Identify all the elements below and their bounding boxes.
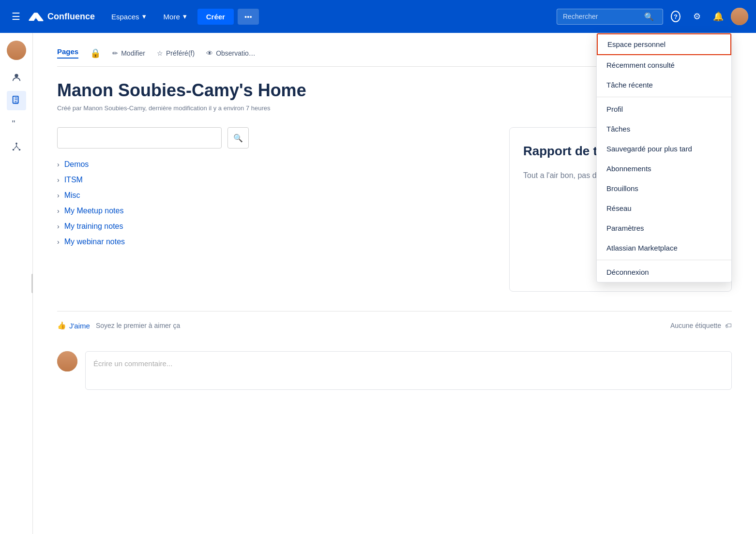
create-button[interactable]: Créer: [197, 9, 234, 25]
logo-text: Confluence: [47, 12, 95, 22]
like-description: Soyez le premier à aimer ça: [96, 322, 180, 329]
bookmark-icon[interactable]: 🔒: [90, 48, 101, 59]
list-item: › Misc: [57, 191, 490, 200]
like-button[interactable]: 👍 J'aime: [57, 321, 90, 330]
search-input[interactable]: [563, 13, 640, 20]
training-notes-link[interactable]: My training notes: [64, 222, 123, 231]
svg-point-6: [18, 149, 20, 151]
page-list: › Demos › ITSM › Misc › My Meetup notes: [57, 160, 490, 246]
ellipsis-button[interactable]: •••: [238, 9, 259, 25]
more-label: More: [164, 13, 180, 21]
sidebar-user-avatar[interactable]: [7, 41, 26, 60]
bottom-bar: 👍 J'aime Soyez le premier à aimer ça Auc…: [57, 311, 732, 340]
svg-text:": ": [12, 119, 15, 129]
bell-icon: 🔔: [713, 11, 724, 22]
chevron-icon[interactable]: ›: [57, 176, 60, 184]
hamburger-icon[interactable]: ☰: [8, 7, 24, 26]
comment-input[interactable]: Écrire un commentaire...: [85, 351, 732, 390]
confluence-logo[interactable]: Confluence: [28, 9, 95, 24]
espaces-label: Espaces: [111, 13, 139, 21]
search-bar[interactable]: 🔍: [557, 9, 663, 25]
page-search-button[interactable]: 🔍: [227, 127, 249, 148]
list-item: › Demos: [57, 160, 490, 169]
sidebar-icon-tree[interactable]: [7, 137, 26, 157]
dropdown-item-marketplace[interactable]: Atlassian Marketplace: [597, 238, 731, 258]
comment-section: Écrire un commentaire...: [57, 340, 732, 390]
modifier-action[interactable]: ✏ Modifier: [112, 49, 145, 57]
dropdown-item-reseau[interactable]: Réseau: [597, 198, 731, 218]
label-text: Aucune étiquette: [670, 322, 721, 329]
star-icon: ☆: [157, 49, 163, 57]
user-dropdown-menu: Espace personnel Récemment consulté Tâch…: [596, 33, 732, 282]
chevron-icon[interactable]: ›: [57, 238, 60, 246]
help-button[interactable]: ?: [667, 8, 684, 25]
eye-icon: 👁: [206, 49, 213, 57]
page-search-bar: 🔍: [57, 127, 490, 148]
dropdown-item-taches[interactable]: Tâches: [597, 119, 731, 139]
more-nav[interactable]: More ▾: [157, 8, 194, 25]
tag-icon[interactable]: 🏷: [725, 322, 732, 329]
itsm-link[interactable]: ITSM: [64, 176, 83, 184]
list-item: › My training notes: [57, 222, 490, 231]
comment-avatar: [57, 351, 77, 371]
dropdown-item-abonnements[interactable]: Abonnements: [597, 159, 731, 178]
meetup-notes-link[interactable]: My Meetup notes: [64, 207, 124, 215]
sidebar-icon-quotes[interactable]: ": [7, 114, 26, 134]
dropdown-item-espace-personnel[interactable]: Espace personnel: [597, 33, 731, 55]
dropdown-item-tache-recente[interactable]: Tâche récente: [597, 75, 731, 95]
svg-point-4: [15, 143, 17, 145]
chevron-icon[interactable]: ›: [57, 207, 60, 215]
demos-link[interactable]: Demos: [64, 160, 89, 169]
chevron-icon[interactable]: ›: [57, 192, 60, 199]
list-item: › My Meetup notes: [57, 207, 490, 215]
dropdown-item-recemment-consulte[interactable]: Récemment consulté: [597, 55, 731, 75]
like-section: 👍 J'aime Soyez le premier à aimer ça: [57, 321, 180, 330]
help-icon: ?: [671, 11, 680, 22]
sidebar-icon-pages[interactable]: [7, 91, 26, 110]
dropdown-item-brouillons[interactable]: Brouillons: [597, 178, 731, 198]
svg-rect-2: [15, 102, 18, 104]
chevron-icon[interactable]: ›: [57, 161, 60, 168]
dropdown-item-profil[interactable]: Profil: [597, 99, 731, 119]
settings-button[interactable]: ⚙: [688, 8, 706, 25]
pencil-icon: ✏: [112, 49, 118, 57]
like-label: J'aime: [69, 322, 90, 330]
user-avatar[interactable]: [731, 8, 748, 25]
label-section: Aucune étiquette 🏷: [670, 322, 732, 329]
dropdown-divider: [597, 97, 731, 97]
prefere-action[interactable]: ☆ Préféré(f): [157, 49, 195, 57]
svg-point-0: [15, 74, 18, 77]
sidebar-icon-people[interactable]: [7, 68, 26, 87]
search-icon: 🔍: [644, 12, 654, 21]
pages-tab[interactable]: Pages: [57, 47, 78, 59]
more-chevron-icon: ▾: [183, 12, 187, 21]
dropdown-divider-2: [597, 260, 731, 260]
list-item: › My webinar notes: [57, 237, 490, 246]
page-search-input[interactable]: [57, 127, 222, 148]
list-item: › ITSM: [57, 176, 490, 184]
left-sidebar: ": [0, 33, 33, 534]
observation-action[interactable]: 👁 Observatio…: [206, 49, 256, 57]
svg-point-5: [12, 149, 14, 151]
espaces-nav[interactable]: Espaces ▾: [105, 8, 153, 25]
top-navigation: ☰ Confluence Espaces ▾ More ▾ Créer ••• …: [0, 0, 756, 33]
dropdown-item-sauvegarde[interactable]: Sauvegardé pour plus tard: [597, 139, 731, 159]
espaces-chevron-icon: ▾: [142, 12, 146, 21]
webinar-notes-link[interactable]: My webinar notes: [64, 237, 125, 246]
chevron-icon[interactable]: ›: [57, 222, 60, 230]
dropdown-item-parametres[interactable]: Paramètres: [597, 218, 731, 238]
notifications-button[interactable]: 🔔: [710, 8, 727, 25]
misc-link[interactable]: Misc: [64, 191, 80, 200]
thumbs-up-icon: 👍: [57, 321, 66, 330]
settings-icon: ⚙: [693, 11, 701, 22]
left-content: 🔍 › Demos › ITSM › Misc: [57, 127, 490, 262]
dropdown-item-deconnexion[interactable]: Déconnexion: [597, 262, 731, 282]
